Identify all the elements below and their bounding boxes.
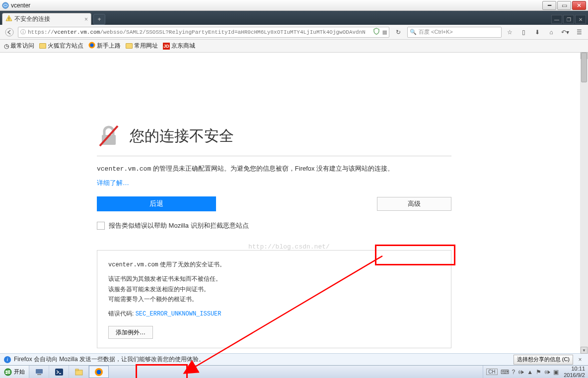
taskbar-app-powershell[interactable] bbox=[49, 366, 69, 378]
scrollbar-thumb[interactable] bbox=[581, 53, 587, 82]
inner-minimize-button[interactable]: ― bbox=[551, 15, 562, 24]
firefox-icon bbox=[88, 42, 95, 50]
taskbar-app-firefox[interactable] bbox=[89, 366, 109, 378]
site-identity-icon[interactable]: ⓘ bbox=[20, 28, 26, 36]
start-button[interactable]: 开始 bbox=[0, 366, 29, 378]
window-title: vcenter bbox=[11, 2, 542, 9]
advanced-button[interactable]: 高级 bbox=[377, 197, 451, 211]
inner-restore-button[interactable]: ❐ bbox=[563, 15, 574, 24]
url-text: https://vcenter.vm.com/websso/SAML2/SSOS… bbox=[28, 29, 366, 35]
svg-point-16 bbox=[97, 370, 101, 374]
svg-rect-14 bbox=[75, 369, 78, 371]
window-minimize-button[interactable]: ━ bbox=[542, 1, 556, 10]
tab-close-icon[interactable]: × bbox=[84, 16, 88, 23]
browser-tab-strip: 不安全的连接 × + ― ❐ ✕ bbox=[0, 11, 588, 25]
learn-more-link[interactable]: 详细了解… bbox=[97, 179, 129, 188]
infobar-select-button[interactable]: 选择想分享的信息 (C) bbox=[514, 355, 573, 365]
warning-icon bbox=[5, 15, 12, 23]
error-code-link[interactable]: SEC_ERROR_UNKNOWN_ISSUER bbox=[136, 311, 221, 317]
bookmark-firefox-official[interactable]: 火狐官方站点 bbox=[39, 42, 83, 50]
new-tab-button[interactable]: + bbox=[93, 14, 105, 25]
tab-title: 不安全的连接 bbox=[14, 15, 50, 23]
tray-vmtools-icon[interactable]: ▣ bbox=[553, 369, 559, 376]
os-window-titlebar: vcenter ━ ▭ ✕ bbox=[0, 0, 588, 11]
url-bar[interactable]: ⓘ https://vcenter.vm.com/websso/SAML2/SS… bbox=[18, 27, 389, 38]
window-maximize-button[interactable]: ▭ bbox=[557, 1, 571, 10]
error-page: 您的连接不安全 vcenter.vm.com 的管理员未正确配置网站。为避免您的… bbox=[97, 124, 451, 348]
bookmark-jd[interactable]: JD京东商城 bbox=[163, 42, 195, 50]
report-errors-checkbox[interactable] bbox=[97, 222, 105, 230]
tray-help-icon[interactable]: ? bbox=[512, 369, 515, 376]
tray-network-icon[interactable]: 🕪 bbox=[544, 369, 550, 376]
search-bar[interactable]: 🔍 百度 <Ctrl+K> bbox=[407, 27, 502, 38]
advanced-info-box: vcenter.vm.com 使用了无效的安全证书。 该证书因为其颁发者证书未知… bbox=[97, 250, 451, 348]
svg-point-5 bbox=[90, 44, 94, 47]
system-tray: CH ⌨ ? 🕪 ▲ ⚑ 🕪 ▣ 10:11 2016/9/2 bbox=[483, 366, 588, 378]
app-icon bbox=[2, 2, 9, 9]
browser-nav-toolbar: ⓘ https://vcenter.vm.com/websso/SAML2/SS… bbox=[0, 25, 588, 40]
bookmark-star-icon[interactable]: ☆ bbox=[504, 26, 515, 38]
error-heading: 您的连接不安全 bbox=[130, 126, 234, 146]
go-back-button[interactable]: 后退 bbox=[97, 196, 216, 211]
bookmark-common-urls[interactable]: 常用网址 bbox=[126, 42, 158, 50]
inner-close-button[interactable]: ✕ bbox=[575, 15, 586, 24]
tray-expand-icon[interactable]: ▲ bbox=[527, 369, 533, 376]
taskbar-app-explorer[interactable] bbox=[69, 366, 89, 378]
error-description: vcenter.vm.com 的管理员未正确配置网站。为避免您的信息被窃，Fir… bbox=[97, 163, 451, 175]
report-errors-label: 报告类似错误以帮助 Mozilla 识别和拦截恶意站点 bbox=[109, 221, 249, 230]
windows-taskbar: 开始 CH ⌨ ? 🕪 ▲ ⚑ 🕪 ▣ 10:11 2016/9/2 bbox=[0, 365, 588, 378]
info-icon: i bbox=[4, 356, 11, 363]
add-exception-button[interactable]: 添加例外… bbox=[108, 326, 153, 339]
tray-flag-icon[interactable]: ⚑ bbox=[536, 369, 541, 376]
tray-keyboard-icon[interactable]: ⌨ bbox=[501, 369, 509, 376]
scroll-down-button[interactable]: ▼ bbox=[581, 347, 588, 354]
browser-tab[interactable]: 不安全的连接 × bbox=[2, 13, 91, 25]
taskbar-app-server-manager[interactable] bbox=[29, 366, 49, 378]
history-icon[interactable]: ↶▾ bbox=[559, 26, 571, 38]
window-close-button[interactable]: ✕ bbox=[572, 1, 586, 10]
infobar-close-icon[interactable]: × bbox=[576, 356, 584, 363]
folder-icon bbox=[39, 43, 46, 49]
downloads-icon[interactable]: ⬇ bbox=[531, 26, 543, 38]
tray-clock[interactable]: 10:11 2016/9/2 bbox=[562, 366, 585, 378]
home-icon[interactable]: ⌂ bbox=[545, 26, 557, 38]
bookmarks-toolbar: ◷最常访问 火狐官方站点 新手上路 常用网址 JD京东商城 bbox=[0, 40, 588, 53]
bookmark-getting-started[interactable]: 新手上路 bbox=[88, 42, 121, 50]
telemetry-infobar: i Firefox 会自动向 Mozilla 发送一些数据，让我们能够改善您的使… bbox=[0, 353, 588, 365]
reload-button[interactable]: ↻ bbox=[391, 26, 405, 38]
search-placeholder: 百度 <Ctrl+K> bbox=[419, 28, 453, 36]
back-button[interactable] bbox=[3, 26, 16, 38]
tracking-shield-icon[interactable] bbox=[373, 28, 380, 36]
svg-rect-1 bbox=[8, 17, 9, 19]
insecure-lock-icon bbox=[97, 124, 121, 148]
svg-rect-11 bbox=[37, 374, 41, 375]
search-icon: 🔍 bbox=[410, 29, 417, 35]
windows-orb-icon bbox=[4, 368, 12, 376]
svg-rect-2 bbox=[8, 19, 9, 20]
history-icon: ◷ bbox=[4, 43, 9, 50]
svg-point-3 bbox=[5, 28, 13, 36]
menu-icon[interactable]: ☰ bbox=[573, 26, 585, 38]
qr-icon[interactable]: ▦ bbox=[383, 28, 387, 36]
svg-point-9 bbox=[4, 368, 12, 376]
page-viewport: ▲ ▼ http://blog.csdn.net/ 您的连接不安全 vcente… bbox=[0, 53, 588, 353]
folder-icon bbox=[126, 43, 133, 49]
bookmark-most-visited[interactable]: ◷最常访问 bbox=[4, 42, 34, 50]
pocket-icon[interactable]: ▯ bbox=[517, 26, 529, 38]
tray-volume-icon[interactable]: 🕪 bbox=[518, 369, 524, 376]
infobar-text: Firefox 会自动向 Mozilla 发送一些数据，让我们能够改善您的使用体… bbox=[14, 355, 205, 364]
ime-indicator[interactable]: CH bbox=[486, 369, 497, 375]
jd-icon: JD bbox=[163, 43, 170, 50]
svg-rect-10 bbox=[36, 369, 43, 374]
